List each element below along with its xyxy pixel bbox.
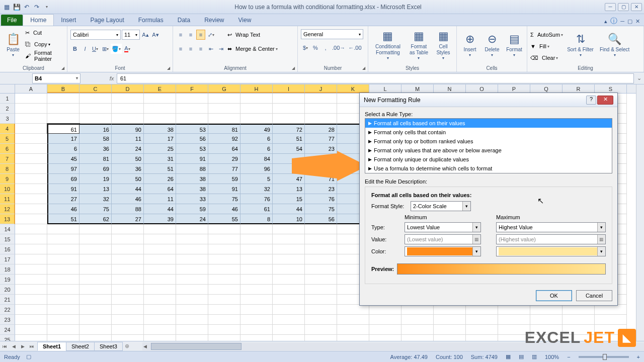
dialog-close-button[interactable]: ✕ xyxy=(597,96,613,105)
cell-B19[interactable] xyxy=(47,275,79,285)
conditional-formatting-button[interactable]: ▦Conditional Formatting▾ xyxy=(371,27,405,62)
cell-B23[interactable] xyxy=(47,315,79,325)
vertical-scrollbar[interactable] xyxy=(636,84,644,341)
cell-C10[interactable]: 13 xyxy=(79,184,112,194)
col-header-K[interactable]: K xyxy=(337,84,369,93)
cell-N23[interactable] xyxy=(434,315,466,325)
rule-type-item[interactable]: ▶ Use a formula to determine which cells… xyxy=(365,164,612,173)
cell-H10[interactable]: 32 xyxy=(240,184,273,194)
cell-E5[interactable]: 17 xyxy=(144,134,176,144)
cell-F9[interactable]: 38 xyxy=(176,174,208,184)
cell-H4[interactable]: 49 xyxy=(240,124,273,134)
cell-E11[interactable]: 11 xyxy=(144,194,176,204)
undo-icon[interactable]: ↶ xyxy=(22,3,31,12)
tab-page-layout[interactable]: Page Layout xyxy=(83,15,131,26)
cell-A25[interactable] xyxy=(15,335,47,341)
cell-A13[interactable] xyxy=(15,214,47,224)
col-header-R[interactable]: R xyxy=(562,84,595,93)
cell-B22[interactable] xyxy=(47,305,79,315)
decrease-indent-button[interactable]: ⇤ xyxy=(206,44,215,54)
font-size-combo[interactable]: 11▾ xyxy=(122,30,140,40)
cell-M22[interactable] xyxy=(401,305,434,315)
cell-K23[interactable] xyxy=(337,315,369,325)
row-header-7[interactable]: 7 xyxy=(0,154,15,164)
ribbon-restore-icon[interactable]: ▢ xyxy=(627,18,632,25)
increase-font-button[interactable]: A▴ xyxy=(141,30,150,40)
cell-N25[interactable] xyxy=(434,335,466,341)
view-normal-icon[interactable]: ▦ xyxy=(506,353,511,360)
cell-E16[interactable] xyxy=(144,244,176,254)
fx-icon[interactable]: fx xyxy=(108,75,116,81)
cell-G20[interactable] xyxy=(208,285,240,295)
cell-B24[interactable] xyxy=(47,325,79,335)
cell-J20[interactable] xyxy=(305,285,337,295)
ribbon-min-icon[interactable]: ─ xyxy=(620,18,624,24)
cell-J23[interactable] xyxy=(305,315,337,325)
cell-E22[interactable] xyxy=(144,305,176,315)
col-header-Q[interactable]: Q xyxy=(530,84,562,93)
tab-review[interactable]: Review xyxy=(197,15,231,26)
cell-I1[interactable] xyxy=(273,94,305,104)
cell-R22[interactable] xyxy=(562,305,595,315)
cell-C11[interactable]: 32 xyxy=(79,194,112,204)
zoom-in-button[interactable]: + xyxy=(637,354,640,360)
cell-F12[interactable]: 59 xyxy=(176,204,208,214)
cell-I5[interactable]: 51 xyxy=(273,134,305,144)
col-header-A[interactable]: A xyxy=(15,84,47,93)
cell-D7[interactable]: 50 xyxy=(112,154,144,164)
cell-J24[interactable] xyxy=(305,325,337,335)
cell-I3[interactable] xyxy=(273,114,305,124)
maximize-button[interactable]: ▢ xyxy=(618,3,629,11)
cell-J9[interactable]: 71 xyxy=(305,174,337,184)
file-tab[interactable]: File xyxy=(1,15,23,26)
cell-G25[interactable] xyxy=(208,335,240,341)
orientation-button[interactable]: ⤢ xyxy=(206,30,215,40)
cell-F10[interactable]: 38 xyxy=(176,184,208,194)
sheet-tab-sheet2[interactable]: Sheet2 xyxy=(66,342,95,351)
cell-B3[interactable] xyxy=(47,114,79,124)
cell-H17[interactable] xyxy=(240,254,273,264)
cell-G13[interactable]: 55 xyxy=(208,214,240,224)
cell-I10[interactable]: 13 xyxy=(273,184,305,194)
cell-E3[interactable] xyxy=(144,114,176,124)
cell-J17[interactable] xyxy=(305,254,337,264)
rule-type-item[interactable]: ▶ Format all cells based on their values xyxy=(365,119,612,128)
find-select-button[interactable]: 🔍Find & Select▾ xyxy=(598,27,631,62)
font-launcher[interactable]: ◢ xyxy=(166,65,172,71)
cell-D17[interactable] xyxy=(112,254,144,264)
cell-C9[interactable]: 19 xyxy=(79,174,112,184)
row-header-24[interactable]: 24 xyxy=(0,325,15,335)
cell-I21[interactable] xyxy=(273,295,305,305)
cell-H15[interactable] xyxy=(240,234,273,244)
cell-E15[interactable] xyxy=(144,234,176,244)
cell-H22[interactable] xyxy=(240,305,273,315)
cell-B12[interactable]: 46 xyxy=(47,204,79,214)
cell-D14[interactable] xyxy=(112,224,144,234)
cell-A19[interactable] xyxy=(15,275,47,285)
number-format-combo[interactable]: General▾ xyxy=(301,29,363,39)
macro-record-icon[interactable]: ▢ xyxy=(26,353,31,360)
row-header-16[interactable]: 16 xyxy=(0,244,15,254)
cell-G11[interactable]: 75 xyxy=(208,194,240,204)
cell-F16[interactable] xyxy=(176,244,208,254)
cell-G10[interactable]: 91 xyxy=(208,184,240,194)
row-header-15[interactable]: 15 xyxy=(0,234,15,244)
cell-G16[interactable] xyxy=(208,244,240,254)
cell-J18[interactable] xyxy=(305,264,337,275)
help-icon[interactable]: ⓘ xyxy=(610,17,617,26)
row-header-22[interactable]: 22 xyxy=(0,305,15,315)
cell-D10[interactable]: 44 xyxy=(112,184,144,194)
cell-D16[interactable] xyxy=(112,244,144,254)
cell-A15[interactable] xyxy=(15,234,47,244)
cell-E18[interactable] xyxy=(144,264,176,275)
tab-insert[interactable]: Insert xyxy=(54,15,83,26)
max-color-combo[interactable]: ▾ xyxy=(496,246,606,256)
row-header-5[interactable]: 5 xyxy=(0,134,15,144)
cell-A11[interactable] xyxy=(15,194,47,204)
cell-C20[interactable] xyxy=(79,285,112,295)
row-header-20[interactable]: 20 xyxy=(0,285,15,295)
range-picker-icon[interactable]: ▦ xyxy=(597,235,605,244)
cell-I24[interactable] xyxy=(273,325,305,335)
cell-D5[interactable]: 11 xyxy=(112,134,144,144)
cell-G4[interactable]: 81 xyxy=(208,124,240,134)
